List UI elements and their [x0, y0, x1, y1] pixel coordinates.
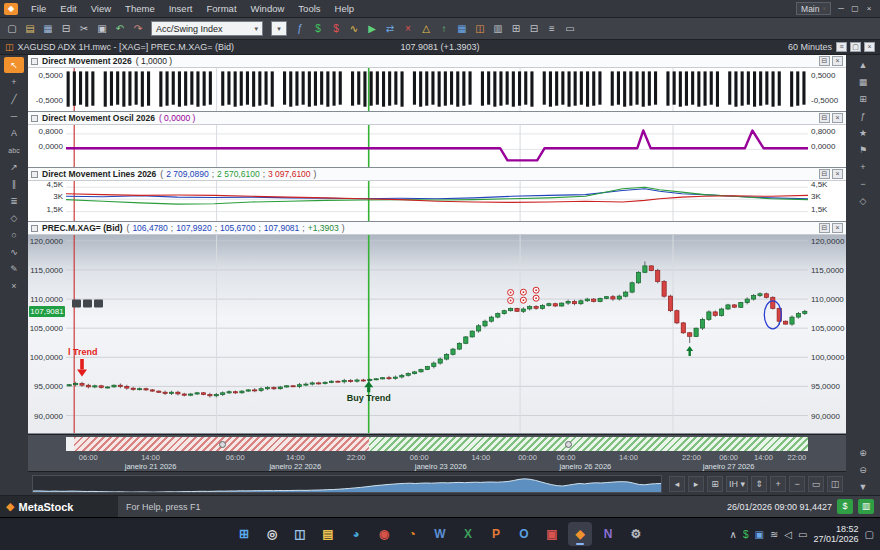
pane-collapse-button[interactable] [31, 171, 38, 178]
panel-icon[interactable]: ◫ [472, 21, 488, 37]
chart-status-button[interactable]: ▥ [858, 499, 874, 514]
pane-header[interactable]: PREC.M.XAG= (Bid) (106,4780;107,9920;105… [28, 222, 846, 235]
pane-header[interactable]: Direct Movement 2026 ( 1,0000 ) ⊟× [28, 55, 846, 68]
copy-icon[interactable]: ▣ [94, 21, 110, 37]
indicator-icon[interactable]: ƒ [853, 108, 873, 124]
undo-icon[interactable]: ↶ [112, 21, 128, 37]
dollar-red-icon[interactable]: $ [328, 21, 344, 37]
dollar-status-button[interactable]: $ [837, 499, 853, 514]
battery-icon[interactable]: ▭ [798, 529, 807, 540]
pane-close-button[interactable]: × [832, 223, 843, 233]
menu-item-help[interactable]: Help [328, 3, 362, 14]
text-tool-icon[interactable]: A [4, 125, 24, 141]
crosshair-tool-icon[interactable]: + [4, 74, 24, 90]
diamond-icon[interactable]: ◇ [853, 193, 873, 209]
pane-close-button[interactable]: × [832, 56, 843, 66]
taskbar-clock[interactable]: 18:52 27/01/2026 [814, 524, 859, 545]
channel-tool-icon[interactable]: ∥ [4, 176, 24, 192]
pane-header[interactable]: Direct Movement Lines 2026 (2 709,0890;2… [28, 168, 846, 181]
scroll-up-icon[interactable]: ▲ [853, 57, 873, 73]
pencil-tool-icon[interactable]: ✎ [4, 261, 24, 277]
triangle-icon[interactable]: △ [418, 21, 434, 37]
taskview-button[interactable]: ◫ [288, 522, 312, 546]
powerpoint-button[interactable]: P [484, 522, 508, 546]
new-chart-icon[interactable]: ▢ [4, 21, 20, 37]
tile-icon[interactable]: ⊞ [508, 21, 524, 37]
list-icon[interactable]: ≡ [544, 21, 560, 37]
fit-button[interactable]: ⇕ [751, 476, 767, 492]
overview-minimap[interactable] [32, 475, 662, 493]
pane-collapse-button[interactable] [31, 58, 38, 65]
menu-item-file[interactable]: File [24, 3, 53, 14]
wifi-icon[interactable]: ≋ [770, 529, 778, 540]
panels-button[interactable]: ◫ [827, 476, 843, 492]
oscillator-plot[interactable] [66, 125, 808, 167]
open-icon[interactable]: ▤ [22, 21, 38, 37]
pane-collapse-button[interactable] [31, 115, 38, 122]
close-red-icon[interactable]: × [400, 21, 416, 37]
erase-tool-icon[interactable]: × [4, 278, 24, 294]
tray-dollar-icon[interactable]: $ [743, 529, 749, 540]
main-layout-dropdown[interactable]: Main ▾ [796, 2, 831, 15]
interval-button[interactable]: IH ▾ [726, 476, 748, 492]
range-button[interactable]: ▭ [808, 476, 824, 492]
chrome-button[interactable]: ◉ [372, 522, 396, 546]
edge-button[interactable]: ◕ [344, 522, 368, 546]
menu-item-tools[interactable]: Tools [291, 3, 327, 14]
close-chart-button[interactable]: × [864, 42, 875, 52]
price-plot[interactable]: l TrendBuy Trend [66, 235, 808, 433]
pan-left-button[interactable]: ◂ [669, 476, 685, 492]
cursor-tool-icon[interactable]: ↖ [4, 57, 24, 73]
pane-close-button[interactable]: × [832, 169, 843, 179]
start-button[interactable]: ⊞ [232, 522, 256, 546]
excel-button[interactable]: X [456, 522, 480, 546]
fibonacci-tool-icon[interactable]: ≣ [4, 193, 24, 209]
minimize-button[interactable]: ─ [834, 3, 848, 15]
play-icon[interactable]: ▶ [364, 21, 380, 37]
search-button[interactable]: ◎ [260, 522, 284, 546]
secondary-dropdown[interactable]: ▾ [271, 21, 287, 36]
zoom-out-button[interactable]: − [789, 476, 805, 492]
direct-movement-plot[interactable] [66, 68, 808, 111]
chart-menu-button[interactable]: ≡ [836, 42, 847, 52]
pane-scale-button[interactable]: ⊟ [819, 223, 830, 233]
notification-icon[interactable]: ▢ [865, 529, 874, 540]
redo-icon[interactable]: ↷ [130, 21, 146, 37]
zoom-out-icon[interactable]: ⊖ [853, 462, 873, 478]
menu-item-format[interactable]: Format [199, 3, 243, 14]
maximize-window-icon[interactable]: ▭ [562, 21, 578, 37]
menu-item-edit[interactable]: Edit [53, 3, 83, 14]
minus-tool-icon[interactable]: − [853, 176, 873, 192]
dollar-green-icon[interactable]: $ [310, 21, 326, 37]
menu-item-insert[interactable]: Insert [162, 3, 200, 14]
grid-icon[interactable]: ▦ [454, 21, 470, 37]
metastock-app-icon[interactable]: ◆ [4, 3, 18, 15]
swap-icon[interactable]: ⇄ [382, 21, 398, 37]
dm-lines-plot[interactable] [66, 181, 808, 221]
menu-item-view[interactable]: View [84, 3, 118, 14]
menu-item-window[interactable]: Window [244, 3, 292, 14]
pane-scale-button[interactable]: ⊟ [819, 169, 830, 179]
timeframe-label[interactable]: 60 Minutes [788, 42, 832, 52]
pane-scale-button[interactable]: ⊟ [819, 113, 830, 123]
ellipse-tool-icon[interactable]: ○ [4, 227, 24, 243]
horizontal-line-tool-icon[interactable]: ─ [4, 108, 24, 124]
add-pane-icon[interactable]: ⊞ [853, 91, 873, 107]
layout-grid-icon[interactable]: ▦ [853, 74, 873, 90]
word-button[interactable]: W [428, 522, 452, 546]
save-icon[interactable]: ▦ [40, 21, 56, 37]
pan-right-button[interactable]: ▸ [688, 476, 704, 492]
zigzag-tool-icon[interactable]: ∿ [4, 244, 24, 260]
firefox-button[interactable]: ◔ [400, 522, 424, 546]
label-tool-icon[interactable]: abc [4, 142, 24, 158]
tray-app-icon[interactable]: ▣ [755, 529, 764, 540]
flag-icon[interactable]: ⚑ [853, 142, 873, 158]
close-button[interactable]: × [862, 3, 876, 15]
print-icon[interactable]: ⊟ [58, 21, 74, 37]
up-arrow-icon[interactable]: ↑ [436, 21, 452, 37]
cascade-icon[interactable]: ⊟ [526, 21, 542, 37]
arrow-tool-icon[interactable]: ↗ [4, 159, 24, 175]
pane-collapse-button[interactable] [31, 225, 38, 232]
cut-icon[interactable]: ✂ [76, 21, 92, 37]
pane-header[interactable]: Direct Movement Oscil 2026 ( 0,0000 ) ⊟× [28, 112, 846, 125]
